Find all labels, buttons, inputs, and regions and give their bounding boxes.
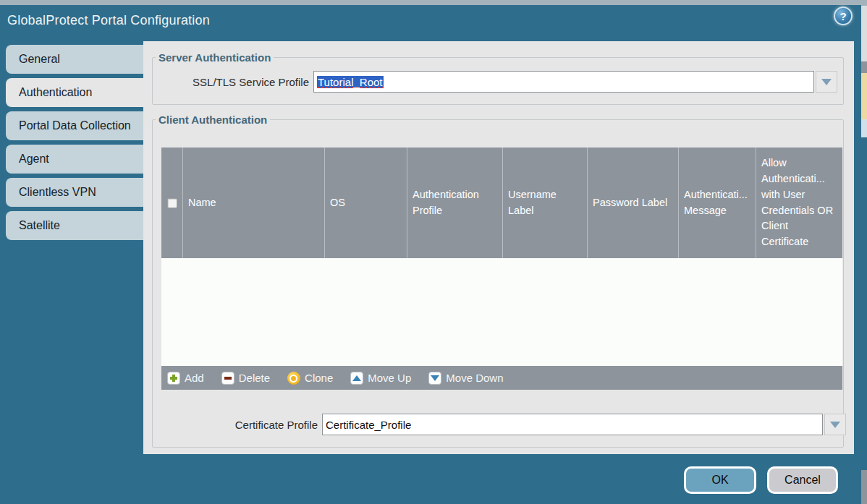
scrollbar-band xyxy=(861,137,867,470)
dialog-title: GlobalProtect Portal Configuration xyxy=(7,13,210,28)
content-panel: Server Authentication SSL/TLS Service Pr… xyxy=(143,41,854,454)
scrollbar-band xyxy=(861,119,867,137)
window-top-strip xyxy=(0,0,867,5)
client-authentication-table: NameOSAuthentication ProfileUsername Lab… xyxy=(161,148,842,390)
sidebar-tab-clientless-vpn[interactable]: Clientless VPN xyxy=(6,178,143,207)
certificate-profile-row: Certificate Profile Certificate_Profile xyxy=(161,414,846,435)
add-button[interactable]: Add xyxy=(167,372,204,385)
cancel-button[interactable]: Cancel xyxy=(767,466,838,494)
scrollbar-band xyxy=(861,6,867,61)
table-column-header[interactable]: Allow Authenticati... with User Credenti… xyxy=(756,148,842,258)
sidebar-tab-agent[interactable]: Agent xyxy=(6,145,143,174)
table-column-header[interactable]: Password Label xyxy=(588,148,679,258)
server-authentication-legend: Server Authentication xyxy=(156,51,274,64)
page-scrollbar-strip[interactable] xyxy=(861,0,867,504)
certificate-profile-value: Certificate_Profile xyxy=(326,419,411,431)
table-column-header[interactable]: OS xyxy=(325,148,407,258)
ssl-tls-profile-input[interactable]: Tutorial_Root xyxy=(313,71,814,93)
ssl-tls-profile-value: Tutorial_Root xyxy=(317,76,384,88)
certificate-profile-label: Certificate Profile xyxy=(161,419,318,431)
toolbar-button-label: Move Up xyxy=(368,372,411,384)
move-up-button[interactable]: Move Up xyxy=(350,372,411,385)
table-toolbar: AddDeleteCloneMove UpMove Down xyxy=(161,366,842,390)
table-header-checkbox-cell xyxy=(161,148,183,258)
toolbar-button-label: Add xyxy=(185,372,204,384)
sidebar-tab-satellite[interactable]: Satellite xyxy=(6,211,143,240)
sidebar-tab-authentication[interactable]: Authentication xyxy=(6,78,143,107)
client-authentication-legend: Client Authentication xyxy=(156,114,270,126)
server-authentication-section: Server Authentication SSL/TLS Service Pr… xyxy=(152,51,844,105)
scrollbar-band xyxy=(861,0,867,6)
sidebar-tab-portal-data-collection[interactable]: Portal Data Collection xyxy=(6,111,143,140)
ok-button[interactable]: OK xyxy=(684,466,756,494)
toolbar-button-label: Delete xyxy=(239,372,270,384)
clone-icon xyxy=(287,372,300,385)
delete-button[interactable]: Delete xyxy=(221,372,270,385)
chevron-down-icon xyxy=(830,422,840,428)
select-all-checkbox[interactable] xyxy=(167,198,177,208)
help-icon[interactable]: ? xyxy=(834,7,853,25)
ssl-tls-profile-label: SSL/TLS Service Profile xyxy=(153,76,309,88)
table-column-header[interactable]: Username Label xyxy=(503,148,588,258)
move-down-icon xyxy=(428,372,441,385)
toolbar-button-label: Clone xyxy=(305,372,333,384)
certificate-profile-dropdown-button[interactable] xyxy=(824,414,846,435)
sidebar-tabs: GeneralAuthenticationPortal Data Collect… xyxy=(6,45,143,244)
add-icon xyxy=(167,372,180,385)
move-up-icon xyxy=(350,372,363,385)
clone-button[interactable]: Clone xyxy=(287,372,333,385)
globalprotect-portal-dialog: GlobalProtect Portal Configuration ? Gen… xyxy=(0,0,867,504)
table-column-header[interactable]: Name xyxy=(183,148,325,258)
dialog-titlebar: GlobalProtect Portal Configuration xyxy=(0,5,861,41)
scrollbar-band xyxy=(861,73,867,119)
ssl-tls-profile-row: SSL/TLS Service Profile Tutorial_Root xyxy=(153,71,843,93)
scrollbar-thumb[interactable] xyxy=(861,61,867,73)
ssl-tls-profile-dropdown-button[interactable] xyxy=(816,71,837,93)
sidebar-tab-general[interactable]: General xyxy=(6,45,143,74)
table-column-header[interactable]: Authentication Profile xyxy=(407,148,503,258)
client-authentication-section: Client Authentication NameOSAuthenticati… xyxy=(152,114,844,448)
chevron-down-icon xyxy=(821,79,832,85)
move-down-button[interactable]: Move Down xyxy=(428,372,503,385)
scrollbar-band xyxy=(861,470,867,504)
table-column-header[interactable]: Authenticati... Message xyxy=(679,148,756,258)
table-header-row: NameOSAuthentication ProfileUsername Lab… xyxy=(161,148,842,258)
toolbar-button-label: Move Down xyxy=(446,372,503,384)
delete-icon xyxy=(221,372,234,385)
certificate-profile-input[interactable]: Certificate_Profile xyxy=(322,414,823,435)
table-body-empty[interactable] xyxy=(161,258,842,366)
